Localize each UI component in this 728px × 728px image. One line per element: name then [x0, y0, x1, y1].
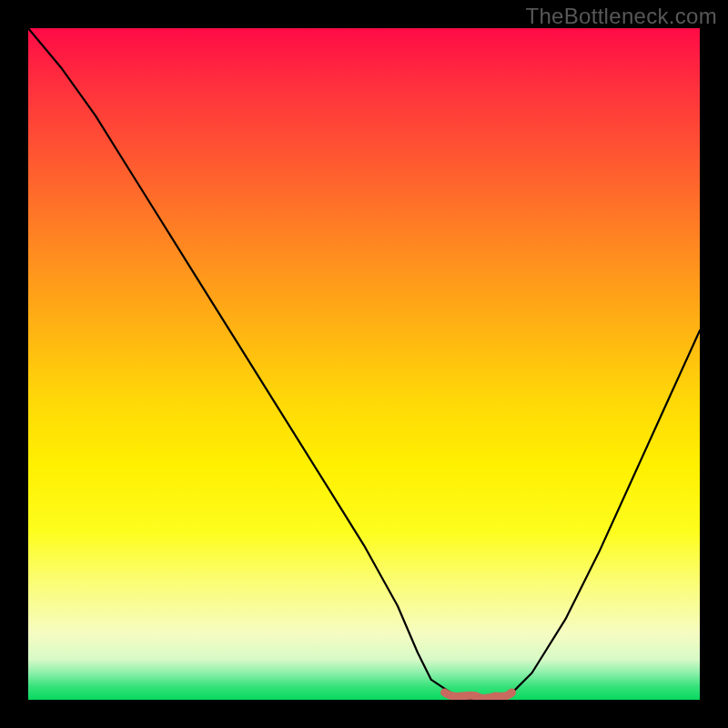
plot-area [28, 28, 700, 700]
curve-path [28, 28, 700, 700]
bottleneck-curve [28, 28, 700, 700]
chart-frame: TheBottleneck.com [0, 0, 728, 728]
watermark-text: TheBottleneck.com [525, 4, 717, 29]
minimum-marker [445, 693, 512, 698]
